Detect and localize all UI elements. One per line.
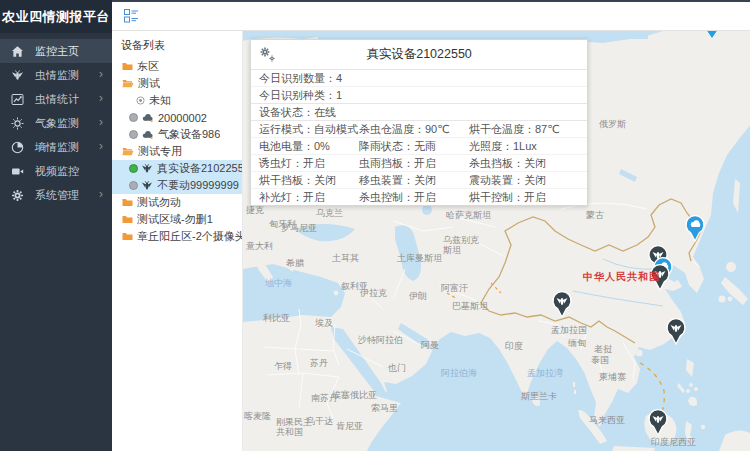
popup-stat: 降雨状态：无雨 [351, 138, 461, 155]
sidebar-item-label: 墒情监测 [35, 140, 79, 155]
sidebar-item-system-manage[interactable]: 系统管理 › [0, 183, 112, 207]
popup-stat: 杀虫挡板：关闭 [461, 155, 587, 172]
sidebar-item-label: 系统管理 [35, 188, 79, 203]
popup-stat: 光照度：1Lux [461, 138, 587, 155]
sidebar-item-label: 虫情监测 [35, 68, 79, 83]
chevron-right-icon: › [99, 92, 103, 104]
map-label: 俄罗斯 [599, 119, 626, 129]
device-list-header: 设备列表 [112, 31, 242, 58]
popup-header: 真实设备21022550 [251, 40, 587, 70]
tree-folder-test-dedicated[interactable]: 测试专用 [112, 143, 242, 160]
sidebar-item-weather-monitor[interactable]: 气象监测 › [0, 111, 112, 135]
tree-item-real-device-21022550[interactable]: 真实设备21022550 [112, 160, 242, 177]
popup-stat: 电池电量：0% [251, 138, 351, 155]
app-title: 农业四情测报平台 [0, 0, 112, 33]
sidebar-item-label: 气象监测 [35, 116, 79, 131]
popup-summary-row: 今日识别种类：1 [251, 87, 587, 104]
map-label: 哈萨克斯坦 [446, 210, 491, 220]
map-label: 柬埔寨 [599, 372, 626, 382]
popup-stat: 烘干控制：开启 [461, 189, 587, 205]
status-dot-offline [129, 113, 138, 122]
sidebar-item-label: 虫情统计 [35, 92, 79, 107]
folder-closed-icon [122, 232, 133, 241]
map-label: 也门 [388, 363, 406, 373]
map-label: 喀麦隆 [244, 411, 271, 421]
popup-stat: 补光灯：开启 [251, 189, 351, 205]
popup-stat: 烘干挡板：关闭 [251, 172, 351, 189]
sidebar-item-monitor-home[interactable]: 监控主页 [0, 39, 112, 63]
topbar [112, 2, 750, 31]
top-strip [112, 0, 750, 2]
map-label: 老挝 [594, 344, 612, 354]
chevron-right-icon: › [99, 116, 103, 128]
map-label: 乌克兰 [316, 208, 343, 218]
map-label: 孟加拉国 [551, 325, 587, 335]
map-label: 刚果民主共和国 [276, 417, 316, 438]
map-label: 土耳其 [332, 253, 359, 263]
device-list-panel: 设备列表 东区 测试 未知 20000002 气象设备986 测试专用 [112, 31, 243, 451]
popup-stat: 震动装置：关闭 [461, 172, 587, 189]
popup-stats-grid: 运行模式：自动模式 杀虫仓温度：90℃ 烘干仓温度：87℃ 电池电量：0% 降雨… [251, 121, 587, 205]
popup-stat: 运行模式：自动模式 [251, 121, 351, 138]
folder-open-icon [122, 79, 134, 88]
chevron-right-icon: › [99, 140, 103, 152]
tree-item-unknown[interactable]: 未知 [112, 92, 242, 109]
popup-value: 1 [336, 89, 342, 101]
map-label: 巴基斯坦 [452, 301, 488, 311]
tree-folder-east-area[interactable]: 东区 [112, 58, 242, 75]
folder-closed-icon [122, 62, 133, 71]
settings-gears-icon[interactable] [260, 47, 276, 65]
map-label: 孟加拉湾 [527, 368, 563, 378]
map-label: 泰国 [591, 355, 609, 365]
map-label: 阿拉伯海 [441, 368, 477, 378]
map-label: 阿曼 [421, 340, 439, 350]
popup-value: 4 [336, 72, 342, 84]
sidebar-item-soil-monitor[interactable]: 墒情监测 › [0, 135, 112, 159]
sidebar: 农业四情测报平台 监控主页 虫情监测 › 虫情统计 [0, 0, 112, 451]
world-map[interactable]: 俄罗斯 蒙古 哈萨克斯坦 乌兹别克斯坦 土库曼斯坦 阿富汗 巴基斯坦 伊朗 伊拉… [243, 31, 750, 451]
folder-open-icon [122, 147, 134, 156]
tree-folder-zhangqiu-cameras[interactable]: 章丘阳丘区-2个摄像头 [112, 228, 242, 245]
tree-folder-test-area-no-delete[interactable]: 测试区域-勿删1 [112, 211, 242, 228]
map-label: 捷克 [246, 205, 264, 215]
map-label: 印度尼西亚 [651, 437, 696, 447]
popup-stat: 杀虫控制：开启 [351, 189, 461, 205]
tree-item-dont-touch-99999999[interactable]: 不要动99999999 [112, 177, 242, 194]
popup-stat: 杀虫仓温度：90℃ [351, 121, 461, 138]
chart-icon [11, 93, 24, 106]
map-label: 阿富汗 [441, 283, 468, 293]
map-label: 埃及 [315, 318, 333, 328]
weather-device-icon [141, 130, 154, 140]
sidebar-item-insect-monitor[interactable]: 虫情监测 › [0, 63, 112, 87]
map-label: 叙利亚 [341, 281, 368, 291]
status-dot-offline [129, 130, 138, 139]
map-label: 缅甸 [568, 338, 586, 348]
map-label: 匈牙利 [269, 219, 296, 229]
weather-device-icon [141, 113, 154, 123]
tree-list-icon[interactable] [124, 9, 139, 23]
folder-closed-icon [122, 198, 133, 207]
popup-summary-row: 今日识别数量：4 [251, 70, 587, 87]
sidebar-item-video-monitor[interactable]: 视频监控 [0, 159, 112, 183]
insect-device-icon [141, 180, 153, 191]
map-label: 肯尼亚 [336, 421, 363, 431]
map-label: 斯里兰卡 [521, 391, 557, 401]
tree-folder-test[interactable]: 测试 [112, 75, 242, 92]
map-label: 希腊 [286, 258, 304, 268]
tree-folder-test-no-move[interactable]: 测试勿动 [112, 194, 242, 211]
sidebar-item-insect-stats[interactable]: 虫情统计 › [0, 87, 112, 111]
bug-icon [11, 69, 24, 82]
popup-stat: 虫雨挡板：开启 [351, 155, 461, 172]
app-window: 农业四情测报平台 监控主页 虫情监测 › 虫情统计 [0, 0, 750, 451]
tree-item-device-20000002[interactable]: 20000002 [112, 109, 242, 126]
tree-item-weather-device-986[interactable]: 气象设备986 [112, 126, 242, 143]
popup-title: 真实设备21022550 [366, 46, 472, 63]
popup-summary-row: 设备状态：在线 [251, 104, 587, 121]
map-label: 土库曼斯坦 [397, 253, 442, 263]
unknown-pin-icon [136, 96, 145, 105]
device-info-popup: 真实设备21022550 今日识别数量：4 今日识别种类：1 设备状态：在线 运… [250, 39, 588, 206]
map-label: 地中海 [265, 278, 292, 288]
map-label: 索马里 [371, 403, 398, 413]
status-dot-offline [129, 181, 138, 190]
sidebar-nav: 监控主页 虫情监测 › 虫情统计 › [0, 33, 112, 207]
